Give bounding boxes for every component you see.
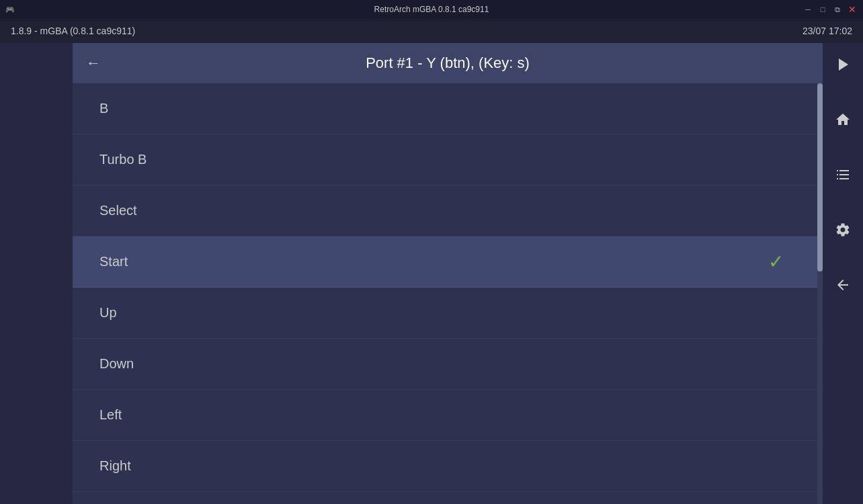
undo-icon[interactable] [828,270,858,300]
list-item-label-up: Up [99,305,117,321]
restore-button[interactable]: ⧉ [832,4,843,15]
app-logo: 🎮 [5,5,15,14]
list-item-label-right: Right [99,458,131,474]
version-text: 1.8.9 - mGBA (0.8.1 ca9c911) [11,26,135,36]
close-button[interactable]: ✕ [847,4,858,15]
main-layout: ← Port #1 - Y (btn), (Key: s) BTurbo BSe… [0,43,863,504]
list-item-label-down: Down [99,356,134,372]
status-bar: 1.8.9 - mGBA (0.8.1 ca9c911) 23/07 17:02 [0,19,863,43]
list-item-label-b: B [99,101,108,116]
play-icon[interactable] [828,50,858,79]
title-bar-text: RetroArch mGBA 0.8.1 ca9c911 [374,5,489,14]
list-icon[interactable] [828,160,858,190]
list-item-label-start: Start [99,254,128,269]
scrollbar-thumb[interactable] [817,83,823,271]
list-item-label-turbo-b: Turbo B [99,152,147,167]
list-item-down[interactable]: Down [73,339,817,390]
list-item-left[interactable]: Left [73,390,817,441]
minimize-button[interactable]: ─ [803,4,813,15]
list-item-up[interactable]: Up [73,288,817,339]
button-list: BTurbo BSelectStart✓UpDownLeftRight [73,83,817,504]
back-button[interactable]: ← [86,54,101,72]
list-item-label-left: Left [99,407,122,423]
right-sidebar [823,43,863,504]
list-container: BTurbo BSelectStart✓UpDownLeftRight [73,83,823,504]
list-item-b[interactable]: B [73,83,817,134]
scrollbar-track[interactable] [817,83,823,504]
content-area: ← Port #1 - Y (btn), (Key: s) BTurbo BSe… [73,43,823,504]
home-icon[interactable] [828,105,858,134]
list-item-right[interactable]: Right [73,441,817,492]
time-text: 23/07 17:02 [803,26,852,36]
list-item-turbo-b[interactable]: Turbo B [73,134,817,185]
settings-icon[interactable] [828,215,858,245]
svg-marker-0 [839,58,848,71]
maximize-button[interactable]: □ [817,4,828,15]
list-item-start[interactable]: Start✓ [73,237,817,288]
list-item-label-select: Select [99,203,137,218]
page-title: Port #1 - Y (btn), (Key: s) [366,54,530,72]
left-spacer [0,43,73,504]
checkmark-icon: ✓ [768,251,784,273]
list-item-select[interactable]: Select [73,185,817,237]
title-bar: 🎮 RetroArch mGBA 0.8.1 ca9c911 ─ □ ⧉ ✕ [0,0,863,19]
title-bar-controls: ─ □ ⧉ ✕ [803,4,858,15]
page-header: ← Port #1 - Y (btn), (Key: s) [73,43,823,83]
